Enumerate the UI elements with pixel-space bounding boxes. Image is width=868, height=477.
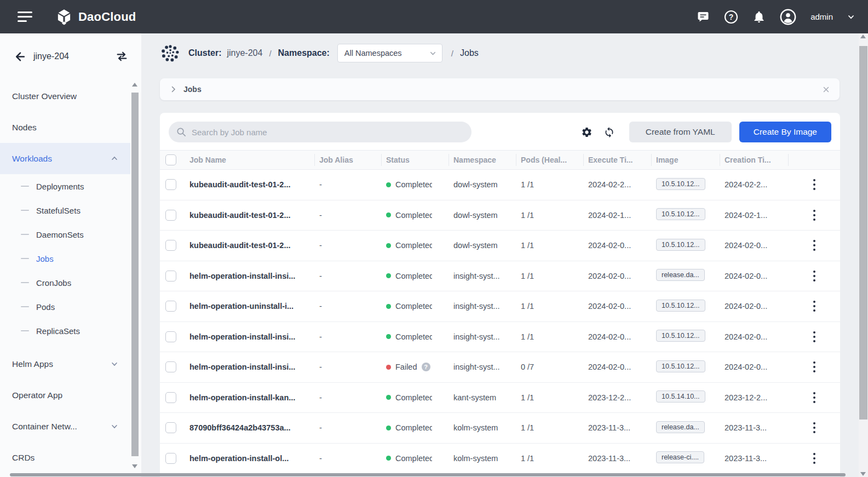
column-header-status[interactable]: Status [382, 154, 449, 166]
select-all-checkbox[interactable] [165, 154, 176, 165]
breadcrumb-cluster-value[interactable]: jinye-204 [227, 48, 262, 58]
column-header-job-name[interactable]: Job Name [186, 154, 315, 166]
job-name-cell[interactable]: helm-operation-install-insi... [186, 272, 315, 280]
bell-icon[interactable] [752, 10, 766, 24]
sidebar-item-pods[interactable]: Pods [0, 295, 130, 319]
row-checkbox-cell [160, 422, 186, 433]
kebab-menu-icon[interactable] [808, 298, 820, 314]
sidebar-item-operator-app[interactable]: Operator App [0, 380, 130, 411]
kebab-menu-icon[interactable] [808, 359, 820, 375]
sidebar-item-cluster-overview[interactable]: Cluster Overview [0, 81, 130, 112]
sidebar-cluster-header: jinye-204 [0, 33, 141, 79]
close-icon[interactable] [823, 86, 830, 93]
sidebar-item-workloads[interactable]: Workloads [0, 143, 130, 174]
row-checkbox[interactable] [165, 331, 176, 342]
page-scrollbar[interactable] [859, 33, 868, 477]
job-name-cell[interactable]: helm-operation-install-kan... [186, 393, 315, 402]
sidebar-item-nodes[interactable]: Nodes [0, 112, 130, 143]
scroll-down-icon[interactable] [860, 472, 866, 476]
job-name-cell[interactable]: helm-operation-install-ol... [186, 454, 315, 463]
user-menu-chevron-icon[interactable] [847, 13, 855, 21]
column-header-creation-ti[interactable]: Creation Ti... [720, 154, 789, 166]
help-icon[interactable]: ? [724, 10, 738, 24]
kebab-menu-icon[interactable] [808, 176, 820, 193]
job-name-cell[interactable]: helm-operation-uninstall-i... [186, 302, 315, 311]
job-name-cell[interactable]: 87090bff36424a2b43753a... [186, 423, 315, 432]
row-actions-cell [789, 268, 840, 284]
horizontal-scrollbar-thumb[interactable] [10, 473, 846, 476]
row-checkbox[interactable] [165, 179, 176, 190]
job-name-cell[interactable]: helm-operation-install-insi... [186, 363, 315, 371]
switch-cluster-icon[interactable] [116, 51, 128, 62]
kebab-menu-icon[interactable] [808, 329, 820, 345]
page-scrollbar-thumb[interactable] [859, 46, 867, 419]
image-cell: 10.5.10.12... [652, 178, 720, 192]
gear-icon[interactable] [579, 124, 595, 140]
image-badge: 10.5.10.12... [656, 300, 705, 312]
kebab-menu-icon[interactable] [808, 237, 820, 254]
kebab-menu-icon[interactable] [808, 268, 820, 284]
sidebar-item-helm-apps[interactable]: Helm Apps [0, 348, 130, 380]
sidebar-item-replicasets[interactable]: ReplicaSets [0, 319, 130, 343]
sidebar-item-container-netw[interactable]: Container Netw... [0, 411, 130, 442]
row-checkbox[interactable] [165, 240, 176, 251]
status-help-icon[interactable]: ? [422, 363, 430, 371]
sidebar-item-deployments[interactable]: Deployments [0, 174, 130, 198]
chevron-up-icon [111, 155, 118, 162]
create-by-image-button[interactable]: Create By Image [739, 122, 831, 142]
sidebar-scrollbar[interactable] [131, 82, 139, 469]
job-name-cell[interactable]: helm-operation-install-insi... [186, 332, 315, 341]
scroll-up-icon[interactable] [132, 83, 137, 87]
row-checkbox[interactable] [165, 392, 176, 403]
row-checkbox[interactable] [165, 301, 176, 312]
menu-icon[interactable] [18, 9, 32, 25]
column-header-execute-ti[interactable]: Execute Ti... [584, 154, 652, 166]
kebab-menu-icon[interactable] [808, 389, 820, 406]
row-checkbox[interactable] [165, 361, 176, 372]
kebab-menu-icon[interactable] [808, 207, 820, 223]
brand-logo[interactable]: DaoCloud [55, 8, 136, 26]
namespace-select[interactable]: All Namespaces [337, 44, 442, 62]
table-header-row: Job NameJob AliasStatusNamespacePods (He… [160, 150, 840, 170]
back-arrow-icon[interactable] [13, 50, 26, 63]
dash-icon [21, 282, 29, 284]
job-name-cell[interactable]: kubeaudit-audit-test-01-2... [186, 180, 315, 189]
search-input[interactable] [169, 122, 472, 142]
job-name-cell[interactable]: kubeaudit-audit-test-01-2... [186, 241, 315, 250]
job-name-cell[interactable]: kubeaudit-audit-test-01-2... [186, 211, 315, 220]
horizontal-scrollbar[interactable] [0, 473, 859, 477]
scroll-down-icon[interactable] [132, 464, 137, 468]
refresh-icon[interactable] [601, 124, 617, 140]
image-badge: release.da... [656, 421, 705, 433]
row-checkbox[interactable] [165, 422, 176, 433]
jobs-tab-banner[interactable]: Jobs [160, 78, 840, 100]
column-header-job-alias[interactable]: Job Alias [315, 154, 382, 166]
row-checkbox[interactable] [165, 271, 176, 281]
status-dot-icon [386, 426, 391, 430]
row-actions-cell [789, 237, 840, 254]
row-checkbox[interactable] [165, 453, 176, 464]
row-checkbox[interactable] [165, 210, 176, 221]
row-checkbox-cell [160, 361, 186, 372]
sidebar-item-crds[interactable]: CRDs [0, 442, 130, 473]
column-header-pods-heal[interactable]: Pods (Heal... [516, 154, 584, 166]
column-header-namespace[interactable]: Namespace [449, 154, 516, 166]
sidebar-item-cronjobs[interactable]: CronJobs [0, 271, 130, 295]
sidebar-item-statefulsets[interactable]: StatefulSets [0, 198, 130, 222]
sidebar-item-jobs[interactable]: Jobs [0, 246, 130, 271]
row-checkbox-cell [160, 179, 186, 190]
kebab-menu-icon[interactable] [808, 450, 820, 467]
execute-time-cell: 2024-02-2... [584, 180, 652, 189]
username[interactable]: admin [810, 12, 833, 21]
sidebar-item-daemonsets[interactable]: DaemonSets [0, 222, 130, 246]
create-from-yaml-button[interactable]: Create from YAML [629, 122, 732, 142]
scroll-up-icon[interactable] [860, 35, 866, 38]
message-icon[interactable] [697, 10, 710, 24]
row-actions-cell [789, 419, 840, 436]
status-badge: Completed [395, 180, 432, 189]
column-header-image[interactable]: Image [652, 154, 720, 166]
sidebar-scrollbar-thumb[interactable] [131, 93, 139, 456]
table-row: 87090bff36424a2b43753a...-Completedkolm-… [160, 413, 840, 444]
kebab-menu-icon[interactable] [808, 419, 820, 436]
user-avatar-icon[interactable] [780, 9, 796, 25]
